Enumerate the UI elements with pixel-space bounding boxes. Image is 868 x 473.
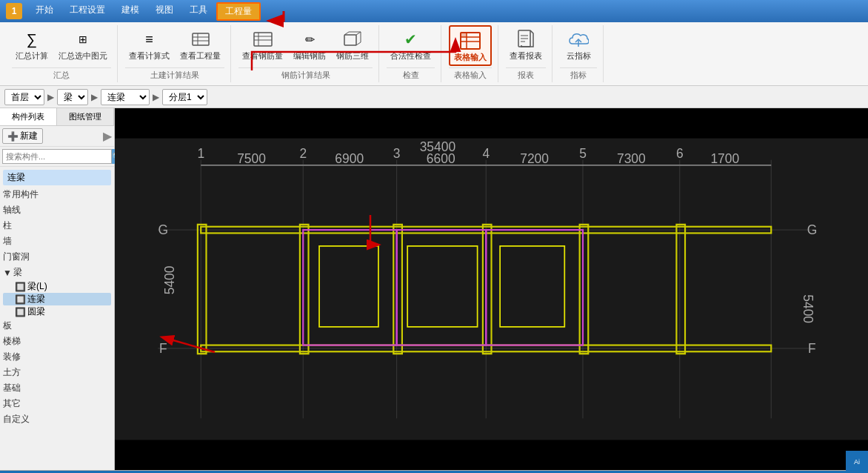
beamL-icon: 🔲 [15, 282, 26, 292]
ribbon-group-label-table: 表格输入 [449, 67, 492, 82]
view-rebar-icon [251, 27, 275, 51]
new-icon: ➕ [7, 131, 19, 142]
btn-edit-rebar[interactable]: ✏ 编辑钢筋 [290, 25, 330, 63]
table-input-icon [458, 29, 482, 53]
new-label: 新建 [20, 130, 38, 142]
svg-text:G: G [158, 222, 169, 237]
tab-drawing-mgmt[interactable]: 图纸管理 [57, 108, 114, 125]
cat-opening[interactable]: 门窗洞 [3, 249, 111, 265]
subtype-select[interactable]: 连梁 框架梁 [101, 89, 150, 105]
cat-foundation[interactable]: 基础 [3, 380, 111, 396]
ribbon-group-items-check: ✔ 合法性检查 [387, 25, 435, 66]
ribbon-group-label-summary: 汇总 [12, 67, 111, 82]
view-rebar-label: 查看钢筋量 [242, 51, 283, 61]
svg-text:1700: 1700 [710, 151, 739, 166]
ribbon-group-label-check: 检查 [387, 67, 435, 82]
svg-text:5400: 5400 [162, 265, 177, 294]
expand-icon: ▶ [103, 129, 112, 143]
cat-stairs[interactable]: 楼梯 [3, 334, 111, 349]
title-bar: 1 开始 工程设置 建模 视图 工具 工程量 [0, 0, 868, 22]
beam-expand-icon: ▼ [3, 268, 12, 278]
layer-select[interactable]: 分层1 分层2 [162, 89, 207, 105]
main-area: 构件列表 图纸管理 ➕ 新建 ▶ 🔍 连梁 常用构件 轴线 柱 墙 门窗洞 ▼梁 [0, 108, 868, 470]
menu-modeling[interactable]: 建模 [114, 2, 147, 21]
svg-text:2: 2 [299, 146, 307, 161]
svg-line-11 [356, 42, 361, 45]
btn-total-selected[interactable]: ⊞ 汇总选中图元 [55, 25, 111, 63]
cat-other[interactable]: 其它 [3, 396, 111, 411]
view-formula-label: 查看计算式 [129, 51, 170, 61]
sidebar-toolbar: ➕ 新建 ▶ [0, 126, 114, 147]
cat-decoration[interactable]: 装修 [3, 349, 111, 365]
floor-select[interactable]: 首层 二层 [4, 89, 44, 105]
svg-rect-18 [461, 33, 467, 37]
canvas-area[interactable]: 1 2 3 4 5 6 7500 6900 6600 7200 7300 170… [115, 108, 868, 470]
menu-view[interactable]: 视图 [148, 2, 181, 21]
ribbon-group-summary: ∑ 汇总计算 ⊞ 汇总选中图元 汇总 [6, 25, 118, 82]
sidebar-tabs: 构件列表 图纸管理 [0, 108, 114, 126]
menu-project-settings[interactable]: 工程设置 [62, 2, 113, 21]
ribbon-group-items-summary: ∑ 汇总计算 ⊞ 汇总选中图元 [12, 25, 111, 66]
tab-member-list[interactable]: 构件列表 [0, 108, 57, 125]
svg-rect-8 [344, 35, 356, 45]
svg-text:F: F [159, 341, 167, 356]
ribbon-group-items-report: 查看报表 [506, 25, 546, 66]
menu-tools[interactable]: 工具 [182, 2, 215, 21]
ribbon-group-rebar: 查看钢筋量 ✏ 编辑钢筋 钢筋三维 钢筋计算结果 [233, 25, 379, 82]
subcat-beam-L[interactable]: 🔲梁(L) [3, 280, 111, 293]
sidebar-search: 🔍 [0, 147, 114, 167]
cat-custom[interactable]: 自定义 [3, 411, 111, 427]
tree-active-item[interactable]: 连梁 [3, 170, 111, 185]
menu-engineering[interactable]: 工程量 [216, 2, 261, 21]
btn-cloud-index[interactable]: 云指标 [560, 25, 597, 63]
view-quantity-icon [189, 27, 213, 51]
left-sidebar: 构件列表 图纸管理 ➕ 新建 ▶ 🔍 连梁 常用构件 轴线 柱 墙 门窗洞 ▼梁 [0, 108, 115, 470]
btn-total-calc[interactable]: ∑ 汇总计算 [12, 25, 52, 63]
corner-help-icon[interactable]: Ai [846, 451, 868, 473]
btn-view-rebar[interactable]: 查看钢筋量 [238, 25, 287, 63]
svg-text:3: 3 [393, 146, 401, 161]
btn-view-formula[interactable]: ≡ 查看计算式 [125, 25, 173, 63]
svg-rect-4 [254, 33, 272, 46]
cat-axis[interactable]: 轴线 [3, 202, 111, 218]
cat-common[interactable]: 常用构件 [3, 187, 111, 202]
cat-wall[interactable]: 墙 [3, 234, 111, 249]
subcat-round-beam[interactable]: 🔲圆梁 [3, 305, 111, 318]
btn-table-input[interactable]: 表格输入 [449, 25, 492, 66]
sidebar-tree: 连梁 常用构件 轴线 柱 墙 门窗洞 ▼梁 🔲梁(L) 🔲连梁 🔲圆梁 板 楼梯… [0, 167, 114, 470]
btn-view-quantity[interactable]: 查看工程量 [176, 25, 224, 63]
cat-column[interactable]: 柱 [3, 218, 111, 234]
ribbon-group-civil: ≡ 查看计算式 查看工程量 土建计算结果 [119, 25, 231, 82]
type-select[interactable]: 梁 柱 [57, 89, 88, 105]
btn-view-report[interactable]: 查看报表 [506, 25, 546, 63]
subcat-link-beam[interactable]: 🔲连梁 [3, 293, 111, 305]
total-selected-label: 汇总选中图元 [59, 51, 107, 61]
svg-text:4: 4 [482, 146, 490, 161]
cloud-index-icon [567, 27, 590, 51]
ribbon-group-label-civil: 土建计算结果 [125, 67, 224, 82]
cat-slab[interactable]: 板 [3, 318, 111, 334]
menu-start[interactable]: 开始 [28, 2, 61, 21]
search-input[interactable] [2, 149, 112, 164]
svg-text:35400: 35400 [420, 139, 456, 154]
edit-rebar-label: 编辑钢筋 [293, 51, 326, 61]
total-selected-icon: ⊞ [71, 27, 95, 51]
svg-text:5: 5 [579, 146, 587, 161]
canvas-svg: 1 2 3 4 5 6 7500 6900 6600 7200 7300 170… [115, 108, 868, 470]
btn-legal-check[interactable]: ✔ 合法性检查 [387, 25, 435, 63]
title-menus: 开始 工程设置 建模 视图 工具 工程量 [28, 2, 261, 21]
ribbon-group-index: 云指标 指标 [554, 25, 604, 82]
view-formula-icon: ≡ [138, 27, 161, 51]
svg-text:7300: 7300 [617, 151, 646, 166]
ribbon-group-table-input: 表格输入 表格输入 [443, 25, 498, 82]
ribbon-group-check: ✔ 合法性检查 检查 [381, 25, 441, 82]
new-member-btn[interactable]: ➕ 新建 [2, 128, 43, 144]
svg-text:F: F [808, 341, 816, 356]
view-report-icon [514, 27, 538, 51]
svg-text:6: 6 [676, 146, 684, 161]
btn-rebar-3d[interactable]: 钢筋三维 [333, 25, 373, 63]
toolbar-row: 首层 二层 ▶ 梁 柱 ▶ 连梁 框架梁 ▶ 分层1 分层2 [0, 86, 868, 108]
ribbon: ∑ 汇总计算 ⊞ 汇总选中图元 汇总 ≡ 查看计算式 [0, 22, 868, 86]
cat-beam[interactable]: ▼梁 [3, 265, 111, 280]
cat-earthwork[interactable]: 土方 [3, 365, 111, 380]
